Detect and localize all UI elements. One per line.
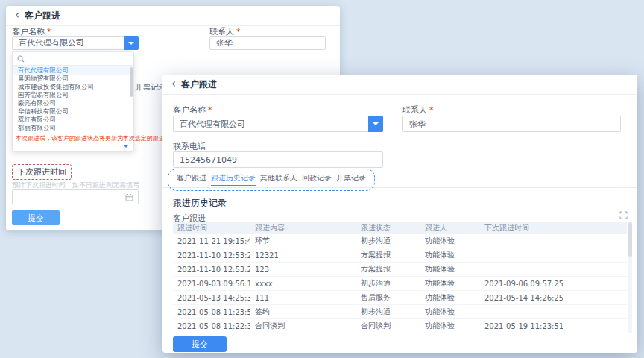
dropdown-option[interactable]: 国芳贸易有限公司 xyxy=(13,91,133,99)
dropdown-option[interactable]: 华信科技有限公司 xyxy=(13,107,133,116)
phone-input[interactable]: 15245671049 xyxy=(173,151,383,168)
table-cell: 功能体验 xyxy=(420,307,480,317)
table-cell: 111 xyxy=(250,294,356,302)
table-row[interactable]: 2021-11-10 12:53:27123方案提报功能体验 xyxy=(173,263,627,277)
customer-dropdown-panel: 百代代理有限公司晨闵物贸有限公司城市建设投资集团有限公司国芳贸易有限公司豪亮有限… xyxy=(12,51,134,152)
followup-history-window: ‹ 客户跟进 客户名称* 百代代理有限公司 联系人* 张华 联系电话 15245… xyxy=(162,75,637,353)
dropdown-toggle-button[interactable] xyxy=(124,36,139,50)
contact-value: 张华 xyxy=(216,37,233,48)
contact-label-text: 联系人 xyxy=(402,105,427,115)
tab-item[interactable]: 开票记录 xyxy=(336,173,366,186)
front-window-header: ‹ 客户跟进 xyxy=(162,75,637,95)
dropdown-option[interactable]: 豪亮有限公司 xyxy=(13,99,133,107)
column-header: 下次跟进时间 xyxy=(480,223,627,233)
dropdown-option[interactable]: 郁丽有限公司 xyxy=(13,124,133,132)
customer-name-select[interactable]: 百代代理有限公司 xyxy=(173,116,383,132)
dropdown-search-input[interactable] xyxy=(13,52,133,66)
table-cell: 2021-11-21 19:15:44 xyxy=(173,237,250,245)
table-scrollbar[interactable] xyxy=(628,222,632,333)
next-followup-date-input[interactable] xyxy=(12,189,139,204)
customer-dropdown-list: 百代代理有限公司晨闵物贸有限公司城市建设投资集团有限公司国芳贸易有限公司豪亮有限… xyxy=(13,66,133,133)
followup-status-warning: 本次跟进后，该客户的跟进状态将更新为本次选定的跟进状态 xyxy=(13,133,133,143)
calendar-icon xyxy=(125,193,133,201)
table-cell: 2021-11-10 12:53:27 xyxy=(173,266,250,274)
chevron-down-icon[interactable] xyxy=(123,145,129,151)
table-cell: 签约 xyxy=(250,307,356,317)
dropdown-option[interactable]: 双红有限公司 xyxy=(13,116,133,124)
tab-bar-container: 客户跟进跟进历史记录其他联系人回款记录开票记录 xyxy=(162,170,637,188)
table-cell: 初步沟通 xyxy=(356,236,420,246)
contact-input[interactable]: 张华 xyxy=(209,36,326,50)
required-mark: * xyxy=(429,105,434,115)
tab-item[interactable]: 客户跟进 xyxy=(177,173,206,186)
tab-item[interactable]: 回款记录 xyxy=(302,173,332,186)
customer-name-label: 客户名称* xyxy=(173,104,212,116)
table-cell: 初步沟通 xyxy=(356,307,420,317)
table-cell: 功能体验 xyxy=(420,264,480,274)
table-cell: 2021-05-14 14:26:25 xyxy=(480,294,627,302)
table-row[interactable]: 2021-09-03 09:56:19xxxx初步沟通功能体验2021-09-0… xyxy=(173,277,627,291)
scrollbar-thumb[interactable] xyxy=(628,222,632,257)
search-icon xyxy=(17,55,25,63)
table-row[interactable]: 2021-11-10 12:53:2712321方案提报功能体验 xyxy=(173,248,627,263)
front-window-title: 客户跟进 xyxy=(181,78,217,91)
table-cell: 方案提报 xyxy=(356,250,420,260)
next-followup-label-text: 下次跟进时间 xyxy=(17,167,66,177)
chevron-down-icon xyxy=(373,122,379,128)
dropdown-footer xyxy=(13,143,133,151)
table-row[interactable]: 2021-05-13 14:25:31111售后服务功能体验2021-05-14… xyxy=(173,291,627,305)
dropdown-option[interactable]: 百代代理有限公司 xyxy=(13,66,133,75)
tab-item[interactable]: 其他联系人 xyxy=(260,173,297,186)
dropdown-scrollbar[interactable] xyxy=(130,67,133,97)
table-body: 2021-11-21 19:15:44环节初步沟通功能体验2021-11-10 … xyxy=(173,234,627,333)
table-cell: 初步沟通 xyxy=(356,278,420,289)
customer-name-value: 百代代理有限公司 xyxy=(180,119,245,130)
table-cell: 功能体验 xyxy=(420,236,480,246)
table-row[interactable]: 2021-11-21 19:15:44环节初步沟通功能体验 xyxy=(173,234,627,248)
table-cell: 2021-09-06 09:57:25 xyxy=(480,280,627,288)
table-cell: 功能体验 xyxy=(420,292,480,303)
table-cell: 2021-09-03 09:56:19 xyxy=(173,280,250,288)
table-cell: 2021-05-08 11:22:38 xyxy=(173,322,250,330)
table-cell: 2021-05-08 11:23:56 xyxy=(173,308,250,316)
contact-input[interactable]: 张华 xyxy=(402,116,621,132)
contact-value: 张华 xyxy=(409,119,426,130)
column-header: 跟进时间 xyxy=(173,223,250,233)
table-cell: 2021-05-13 14:25:31 xyxy=(173,294,250,302)
table-header-row: 跟进时间跟进内容跟进状态跟进人下次跟进时间 xyxy=(173,222,627,234)
submit-button[interactable]: 提交 xyxy=(173,336,227,352)
dropdown-option[interactable]: 晨闵物贸有限公司 xyxy=(13,75,133,83)
column-header: 跟进内容 xyxy=(250,223,356,233)
table-cell: 售后服务 xyxy=(356,292,420,303)
table-cell: 合同谈判 xyxy=(356,321,420,331)
required-mark: * xyxy=(208,105,212,115)
back-icon[interactable]: ‹ xyxy=(171,78,176,90)
table-row[interactable]: 2021-05-08 11:22:38合同谈判合同谈判功能体验2021-05-1… xyxy=(173,319,627,333)
table-cell: 方案提报 xyxy=(356,264,420,274)
column-header: 跟进人 xyxy=(420,223,480,233)
tab-item[interactable]: 跟进历史记录 xyxy=(211,173,256,186)
table-cell: 功能体验 xyxy=(420,250,480,260)
dropdown-toggle-button[interactable] xyxy=(368,116,383,132)
table-cell: 功能体验 xyxy=(420,321,480,331)
back-icon[interactable]: ‹ xyxy=(15,10,19,21)
column-header: 跟进状态 xyxy=(356,223,420,233)
customer-name-select[interactable]: 百代代理有限公司 xyxy=(12,36,139,50)
back-window-title: 客户跟进 xyxy=(25,10,60,22)
table-row[interactable]: 2021-05-08 11:23:56签约初步沟通功能体验 xyxy=(173,305,627,319)
table-cell: 12321 xyxy=(250,251,356,260)
tab-invoice-records-partial[interactable]: 开票记录 xyxy=(135,82,166,92)
table-cell: 2021-05-19 11:23:51 xyxy=(480,322,627,330)
submit-button[interactable]: 提交 xyxy=(12,210,60,225)
table-cell: 合同谈判 xyxy=(250,321,356,331)
followup-history-table: 跟进时间跟进内容跟进状态跟进人下次跟进时间 2021-11-21 19:15:4… xyxy=(173,222,627,333)
table-cell: 2021-11-10 12:53:27 xyxy=(173,251,250,260)
fullscreen-icon[interactable] xyxy=(619,211,628,219)
back-window-header: ‹ 客户跟进 xyxy=(6,6,340,26)
table-cell: 123 xyxy=(250,266,356,274)
table-cell: 功能体验 xyxy=(420,278,480,289)
dropdown-option[interactable]: 城市建设投资集团有限公司 xyxy=(13,83,133,91)
customer-name-label-text: 客户名称 xyxy=(173,105,206,115)
customer-name-value: 百代代理有限公司 xyxy=(19,37,84,48)
phone-value: 15245671049 xyxy=(180,155,237,165)
